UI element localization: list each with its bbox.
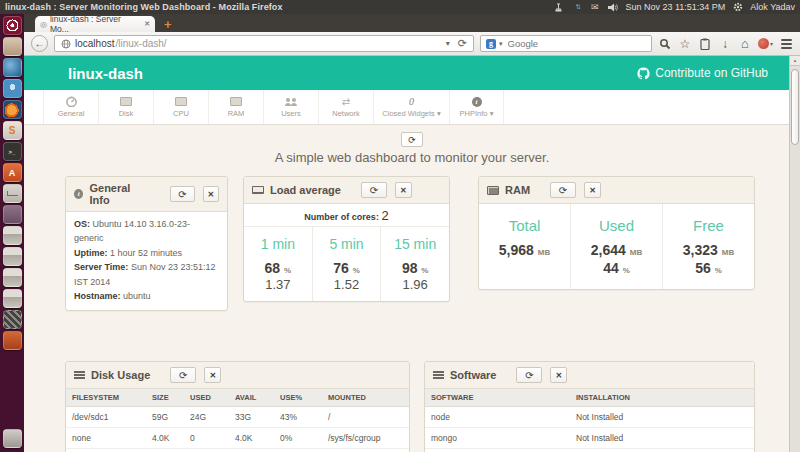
software-widget: Software ⟳ ✕ SOFTWAREINSTALLATION nodeNo… [424,361,755,452]
refresh-all-button[interactable]: ⟳ [401,132,423,147]
url-path: /linux-dash/ [115,38,166,49]
chromium-icon[interactable] [3,79,22,98]
ram-col-used: Used 2,644 MB 44 % [570,204,662,289]
installer-icon[interactable] [3,331,22,350]
widget-title: Software [450,369,496,381]
nav-disk[interactable]: Disk [98,90,153,124]
search-box[interactable]: g ▾ [480,35,652,52]
page-tagline: A simple web dashboard to monitor your s… [24,150,800,165]
message-indicator-icon[interactable]: ✉ [589,2,600,13]
refresh-button[interactable]: ⟳ [170,367,196,383]
load-col-1min: 1 min 68 % 1.37 [244,227,312,301]
nav-label: Users [281,109,301,118]
table-header-row: FILESYSTEMSIZE USEDAVAIL USE%MOUNTED [66,389,409,407]
trash-icon[interactable] [3,429,22,448]
close-button[interactable]: ✕ [204,367,221,383]
thunderbird-icon[interactable] [3,58,22,77]
new-tab-button[interactable]: + [164,18,172,32]
software-table: SOFTWAREINSTALLATION nodeNot Installed m… [425,389,754,452]
nav-label: CPU [173,109,189,118]
info-icon: i [74,189,83,199]
nav-phpinfo[interactable]: i PHPInfo ▾ [449,90,504,124]
clock[interactable]: Sun Nov 23 11:51:34 PM [625,2,725,12]
ram-header: RAM ⟳ ✕ [479,177,754,204]
page-scrollbar[interactable]: ▴ [789,56,800,452]
disk-usage-table: FILESYSTEMSIZE USEDAVAIL USE%MOUNTED /de… [66,389,409,452]
refresh-button[interactable]: ⟳ [550,182,576,198]
session-gear-icon[interactable] [732,2,743,13]
system-monitor-icon[interactable] [3,184,22,203]
refresh-button[interactable]: ⟳ [516,367,542,383]
disk-drive-icon[interactable] [3,226,22,245]
nav-ram[interactable]: RAM [208,90,263,124]
search-input[interactable] [506,37,646,50]
load-col-5min: 5 min 76 % 1.52 [312,227,381,301]
load-average-widget: Load average ⟳ ✕ Number of cores: 2 1 mi… [243,176,450,302]
nav-users[interactable]: Users [263,90,318,124]
disk-usage-header: Disk Usage ⟳ ✕ [66,362,409,389]
close-button[interactable]: ✕ [203,186,219,202]
monitor-icon [230,96,242,107]
nav-closed-widgets[interactable]: 0 Closed Widgets ▾ [373,90,449,124]
url-dropdown-icon[interactable]: ▾ [446,39,450,48]
tab-bar: ◎ linux-dash : Server Mo... ✕ + [24,14,800,32]
keyboard-indicator-icon[interactable] [553,2,564,13]
widget-nav: General Disk CPU RAM Users ⇄ [24,90,800,125]
widget-title: General Info [89,182,150,206]
bookmarks-menu-icon[interactable] [698,37,712,51]
back-button[interactable]: ← [31,35,48,52]
search-magnifier-icon[interactable] [658,37,672,51]
url-input[interactable]: localhost /linux-dash/ ▾ ⟳ [54,35,474,52]
nav-network[interactable]: ⇄ Network [318,90,373,124]
load-columns: 1 min 68 % 1.37 5 min 76 % 1.52 15 min 9… [244,227,449,301]
menu-hamburger-icon[interactable] [779,37,793,51]
globe-icon [61,39,71,49]
terminal-icon[interactable]: >_ [3,142,22,161]
nav-cpu[interactable]: CPU [153,90,208,124]
nav-general[interactable]: General [43,90,98,124]
username[interactable]: Alok Yadav [750,2,795,12]
addon-badge-icon [758,38,769,49]
app-title: linux-dash [68,65,143,82]
ram-col-total: Total 5,968 MB [479,204,570,289]
system-settings-icon[interactable] [3,205,22,224]
downloads-icon[interactable]: ↓ [718,37,732,51]
reload-icon[interactable]: ⟳ [458,37,467,50]
gauge-icon [65,96,78,107]
disk-drive-icon[interactable] [3,289,22,308]
disk-drive-icon[interactable] [3,268,22,287]
browser-toolbar: ← localhost /linux-dash/ ▾ ⟳ g ▾ ☆ ↓ ⌂ ▾ [24,32,800,56]
sound-indicator-icon[interactable] [607,2,618,13]
ram-widget: RAM ⟳ ✕ Total 5,968 MB Used 2,644 MB 44 … [478,176,755,290]
tab-close-icon[interactable]: ✕ [144,20,150,28]
network-indicator-icon[interactable]: ↑↓ [571,2,582,13]
monitor-icon [487,186,499,195]
software-center-icon[interactable]: A [3,163,22,182]
ubuntu-dash-icon[interactable] [3,16,22,35]
scroll-up-icon[interactable]: ▴ [790,56,800,66]
widget-title: Load average [270,184,341,196]
github-link[interactable]: Contribute on GitHub [637,66,768,80]
disk-drive-icon[interactable] [3,247,22,266]
page-header: linux-dash Contribute on GitHub [24,56,800,90]
home-icon[interactable]: ⌂ [738,37,752,51]
list-icon [433,371,444,373]
scrollbar-thumb[interactable] [791,69,799,145]
close-button[interactable]: ✕ [550,367,567,383]
close-button[interactable]: ✕ [395,182,412,198]
videos-icon[interactable] [3,310,22,329]
firefox-icon[interactable] [3,100,22,119]
files-icon[interactable] [3,37,22,56]
refresh-button[interactable]: ⟳ [361,182,387,198]
bookmark-star-icon[interactable]: ☆ [678,37,692,51]
close-button[interactable]: ✕ [584,182,601,198]
addon-button[interactable]: ▾ [758,38,773,49]
addon-caret-icon: ▾ [770,40,773,47]
table-row: none4.0K0 4.0K0%/sys/fs/cgroup [66,428,409,449]
refresh-button[interactable]: ⟳ [170,186,195,202]
engine-dropdown-icon[interactable]: ▾ [499,40,503,48]
info-icon: i [472,96,482,107]
sublime-text-icon[interactable]: S [3,121,22,140]
list-icon [74,371,85,373]
browser-tab[interactable]: ◎ linux-dash : Server Mo... ✕ [35,16,155,32]
